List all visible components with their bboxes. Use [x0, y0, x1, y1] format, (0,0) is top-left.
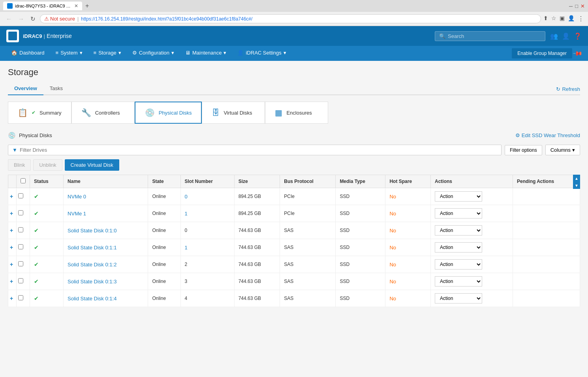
action-select[interactable]: Action Blink Unblink Assign Global Hot S…: [435, 276, 482, 287]
storage-card-virtual-disks[interactable]: 🗄 Virtual Disks: [202, 102, 265, 124]
page-content: Storage Overview Tasks ↻ Refresh 📋 ✔ Sum…: [0, 61, 588, 313]
config-dropdown-icon: ▾: [171, 50, 174, 56]
browser-refresh-btn[interactable]: ↻: [28, 15, 38, 23]
navbar: 🏠 Dashboard ≡ System ▾ ≡ Storage ▾ ⚙ Con…: [0, 46, 588, 61]
scroll-down-btn[interactable]: ▼: [573, 182, 580, 189]
user-sessions-btn[interactable]: 👥: [550, 32, 558, 40]
tab-overview[interactable]: Overview: [8, 82, 43, 95]
nav-configuration[interactable]: ⚙ Configuration ▾: [128, 47, 179, 60]
col-bus-protocol: Bus Protocol: [280, 175, 336, 188]
table-row: + ✔ NVMe 0 Online 0 894.25 GB PCIe SSD N…: [8, 188, 580, 205]
browser-tab[interactable]: idrac-8NQ7YS3 - iDRAC9 - Stora ✕: [3, 2, 82, 10]
row-checkbox[interactable]: [18, 210, 23, 215]
browser-tab-close[interactable]: ✕: [74, 3, 78, 9]
disk-bus-protocol: SAS: [280, 290, 336, 307]
tab-tasks[interactable]: Tasks: [43, 82, 69, 95]
unblink-btn[interactable]: Unblink: [33, 159, 62, 171]
disk-name-link[interactable]: Solid State Disk 0:1:3: [68, 279, 116, 285]
disk-name-link[interactable]: Solid State Disk 0:1:2: [68, 262, 116, 268]
browser-tab-title: idrac-8NQ7YS3 - iDRAC9 - Stora: [15, 4, 72, 8]
filter-options-btn[interactable]: Filter options: [505, 145, 542, 155]
storage-card-controllers[interactable]: 🔧 Controllers: [71, 102, 135, 124]
filter-icon: ▼: [12, 147, 17, 153]
storage-card-physical-disks[interactable]: 💿 Physical Disks: [135, 102, 202, 124]
action-select[interactable]: Action Blink Unblink Assign Global Hot S…: [435, 259, 482, 270]
storage-card-enclosures[interactable]: ▦ Enclosures: [265, 102, 328, 124]
row-checkbox[interactable]: [18, 227, 23, 232]
ssd-threshold-link[interactable]: ⚙ Edit SSD Wear Threshold: [515, 132, 580, 138]
disk-status: ✔: [30, 290, 64, 307]
user-profile-btn[interactable]: 👤: [562, 32, 570, 40]
storage-card-summary[interactable]: 📋 ✔ Summary: [8, 102, 71, 124]
disk-size: 894.25 GB: [234, 205, 280, 222]
profile-icon[interactable]: 👤: [568, 15, 575, 23]
disk-media-type: SSD: [336, 290, 385, 307]
enclosures-icon: ▦: [275, 108, 282, 117]
action-select[interactable]: Action Blink Unblink Assign Global Hot S…: [435, 225, 482, 236]
disk-name-link[interactable]: Solid State Disk 0:1:1: [68, 245, 116, 251]
disk-name-link[interactable]: Solid State Disk 0:1:0: [68, 228, 116, 234]
more-icon[interactable]: ⋮: [578, 15, 584, 23]
action-select[interactable]: Action Blink Unblink Assign Global Hot S…: [435, 208, 482, 219]
scroll-up-btn[interactable]: ▲: [573, 175, 580, 182]
expand-plus[interactable]: +: [10, 227, 13, 234]
bookmark-icon[interactable]: ☆: [551, 15, 556, 23]
disk-name-link[interactable]: NVMe 1: [68, 211, 86, 217]
row-checkbox[interactable]: [18, 244, 23, 249]
row-checkbox[interactable]: [18, 295, 23, 300]
disk-hot-spare: No: [385, 222, 431, 239]
create-virtual-disk-btn[interactable]: Create Virtual Disk: [65, 159, 119, 171]
row-checkbox[interactable]: [18, 193, 23, 198]
slot-link[interactable]: 1: [185, 211, 188, 217]
select-all-checkbox[interactable]: [21, 178, 26, 183]
col-media-type: Media Type: [336, 175, 385, 188]
pin-btn[interactable]: 📌: [572, 48, 583, 59]
expand-plus[interactable]: +: [10, 278, 13, 285]
browser-forward-btn[interactable]: →: [16, 15, 26, 23]
disk-name-link[interactable]: NVMe 0: [68, 194, 86, 200]
browser-action-icons: ⬆ ☆ ▣ 👤 ⋮: [543, 15, 584, 23]
nav-system[interactable]: ≡ System ▾: [51, 47, 87, 60]
filter-drives-input[interactable]: [20, 147, 497, 153]
slot-link[interactable]: 0: [185, 194, 188, 200]
disk-bus-protocol: SAS: [280, 222, 336, 239]
blink-btn[interactable]: Blink: [8, 159, 31, 171]
disk-name: Solid State Disk 0:1:2: [64, 256, 148, 273]
status-check-icon: ✔: [34, 295, 39, 302]
expand-plus[interactable]: +: [10, 244, 13, 251]
disk-status: ✔: [30, 205, 64, 222]
idrac-logo-icon: [6, 30, 19, 42]
expand-plus[interactable]: +: [10, 295, 13, 302]
nav-storage[interactable]: ≡ Storage ▾: [89, 47, 126, 60]
share-icon[interactable]: ⬆: [543, 15, 548, 23]
action-select[interactable]: Action Blink Unblink Assign Global Hot S…: [435, 191, 482, 202]
expand-plus[interactable]: +: [10, 210, 13, 217]
action-select[interactable]: Action Blink Unblink Assign Global Hot S…: [435, 242, 482, 253]
disk-status: ✔: [30, 188, 64, 205]
action-select[interactable]: Action Blink Unblink Assign Global Hot S…: [435, 293, 482, 303]
disk-pending-actions: [513, 205, 580, 222]
disk-slot: 4: [180, 290, 234, 307]
columns-btn[interactable]: Columns ▾: [545, 145, 580, 155]
expand-plus[interactable]: +: [10, 193, 13, 200]
search-input[interactable]: [448, 33, 541, 39]
browser-tab-add[interactable]: +: [85, 2, 89, 9]
slot-link[interactable]: 1: [185, 245, 188, 251]
help-btn[interactable]: ❓: [574, 32, 582, 40]
search-box[interactable]: 🔍: [435, 31, 545, 41]
row-checkbox[interactable]: [18, 278, 23, 283]
row-checkbox[interactable]: [18, 261, 23, 266]
split-icon[interactable]: ▣: [560, 15, 565, 23]
nav-dashboard[interactable]: 🏠 Dashboard: [6, 47, 49, 60]
col-actions: Actions: [431, 175, 513, 188]
storage-dropdown-icon: ▾: [118, 50, 121, 56]
nav-maintenance[interactable]: 🖥 Maintenance ▾: [180, 47, 231, 60]
refresh-btn[interactable]: ↻ Refresh: [556, 86, 580, 92]
browser-back-btn[interactable]: ←: [4, 15, 14, 23]
enable-group-manager-btn[interactable]: Enable Group Manager: [512, 48, 572, 58]
disk-name-link[interactable]: Solid State Disk 0:1:4: [68, 296, 116, 302]
disk-name: Solid State Disk 0:1:0: [64, 222, 148, 239]
nav-idrac-settings[interactable]: 👤 iDRAC Settings ▾: [233, 47, 291, 60]
address-url[interactable]: https://176.16.254.189/restgui/index.htm…: [81, 16, 537, 22]
expand-plus[interactable]: +: [10, 261, 13, 268]
